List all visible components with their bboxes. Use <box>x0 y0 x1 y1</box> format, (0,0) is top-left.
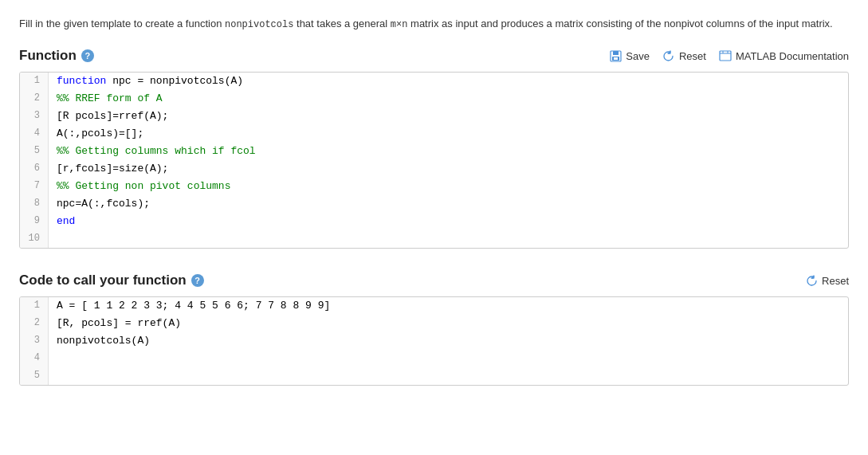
call-reset-label: Reset <box>822 275 849 287</box>
table-row: 9end <box>20 213 848 230</box>
description: Fill in the given template to create a f… <box>19 16 849 32</box>
line-number: 5 <box>20 367 49 385</box>
save-button[interactable]: Save <box>609 49 650 62</box>
line-content[interactable]: function npc = nonpivotcols(A) <box>49 73 848 90</box>
code-token: end <box>57 214 75 230</box>
table-row: 7%% Getting non pivot columns <box>20 178 848 195</box>
svg-rect-4 <box>720 51 731 61</box>
matlab-docs-label: MATLAB Documentation <box>736 50 849 62</box>
code-token: [R pcols]=rref(A); <box>57 108 168 125</box>
line-content[interactable]: nonpivotcols(A) <box>49 332 848 350</box>
line-number: 2 <box>20 315 49 332</box>
table-row: 4A(:,pcols)=[]; <box>20 125 848 143</box>
reset-icon <box>662 49 675 62</box>
matlab-icon <box>719 49 732 62</box>
table-row: 5 <box>20 367 848 385</box>
save-label: Save <box>626 50 650 62</box>
line-content[interactable]: %% RREF form of A <box>49 90 848 108</box>
line-content[interactable]: %% Getting non pivot columns <box>49 178 848 195</box>
line-number: 2 <box>20 90 49 108</box>
table-row: 1A = [ 1 1 2 2 3 3; 4 4 5 5 6 6; 7 7 8 8… <box>20 297 848 315</box>
code-token: function <box>57 73 106 90</box>
line-number: 5 <box>20 143 49 160</box>
call-code-container[interactable]: 1A = [ 1 1 2 2 3 3; 4 4 5 5 6 6; 7 7 8 8… <box>19 296 849 386</box>
line-content[interactable]: A(:,pcols)=[]; <box>49 125 848 143</box>
code-token: [r,fcols]=size(A); <box>57 161 168 178</box>
line-number: 3 <box>20 108 49 125</box>
table-row: 2%% RREF form of A <box>20 90 848 108</box>
line-number: 4 <box>20 350 49 367</box>
table-row: 8npc=A(:,fcols); <box>20 195 848 213</box>
code-token: A = [ 1 1 2 2 3 3; 4 4 5 5 6 6; 7 7 8 8 … <box>57 298 330 315</box>
table-row: 4 <box>20 350 848 367</box>
table-row: 6[r,fcols]=size(A); <box>20 160 848 178</box>
code-token: npc=A(:,fcols); <box>57 196 150 213</box>
table-row: 3nonpivotcols(A) <box>20 332 848 350</box>
line-content[interactable]: A = [ 1 1 2 2 3 3; 4 4 5 5 6 6; 7 7 8 8 … <box>49 297 848 315</box>
table-row: 2[R, pcols] = rref(A) <box>20 315 848 332</box>
line-number: 1 <box>20 73 49 90</box>
call-title: Code to call your function ? <box>19 273 204 288</box>
call-help-icon[interactable]: ? <box>191 274 204 287</box>
code-token: [R, pcols] = rref(A) <box>57 316 181 332</box>
line-number: 9 <box>20 213 49 230</box>
line-number: 4 <box>20 125 49 143</box>
line-content[interactable]: [R pcols]=rref(A); <box>49 108 848 125</box>
call-code-block: 1A = [ 1 1 2 2 3 3; 4 4 5 5 6 6; 7 7 8 8… <box>20 297 848 385</box>
line-content[interactable]: [R, pcols] = rref(A) <box>49 315 848 332</box>
function-section-header: Function ? Save Reset <box>19 48 849 64</box>
reset-label: Reset <box>679 50 706 62</box>
code-token: %% Getting columns which if fcol <box>57 143 256 160</box>
table-row: 3[R pcols]=rref(A); <box>20 108 848 125</box>
call-reset-button[interactable]: Reset <box>805 274 849 287</box>
code-token: A(:,pcols)=[]; <box>57 126 143 143</box>
line-number: 10 <box>20 230 49 248</box>
function-help-icon[interactable]: ? <box>81 49 94 62</box>
line-content[interactable] <box>49 230 848 248</box>
function-toolbar: Save Reset MATLAB Documentation <box>609 49 849 62</box>
line-number: 1 <box>20 297 49 315</box>
svg-rect-1 <box>613 51 619 55</box>
line-number: 6 <box>20 160 49 178</box>
code-token: %% Getting non pivot columns <box>57 178 230 195</box>
save-icon <box>609 49 622 62</box>
table-row: 5%% Getting columns which if fcol <box>20 143 848 160</box>
line-content[interactable] <box>49 350 848 367</box>
function-title: Function ? <box>19 48 94 64</box>
call-toolbar: Reset <box>805 274 849 287</box>
line-number: 3 <box>20 332 49 350</box>
line-number: 8 <box>20 195 49 213</box>
code-token: %% RREF form of A <box>57 91 163 108</box>
function-title-text: Function <box>19 48 77 64</box>
line-content[interactable]: %% Getting columns which if fcol <box>49 143 848 160</box>
line-content[interactable]: npc=A(:,fcols); <box>49 195 848 213</box>
code-token: npc = nonpivotcols(A) <box>106 73 243 90</box>
line-content[interactable]: [r,fcols]=size(A); <box>49 160 848 178</box>
table-row: 10 <box>20 230 848 248</box>
call-title-text: Code to call your function <box>19 273 187 288</box>
function-code-container[interactable]: 1function npc = nonpivotcols(A)2%% RREF … <box>19 72 849 249</box>
code-token: nonpivotcols(A) <box>57 333 150 350</box>
matlab-docs-button[interactable]: MATLAB Documentation <box>719 49 849 62</box>
svg-rect-3 <box>614 57 618 60</box>
call-reset-icon <box>805 274 818 287</box>
call-section-header: Code to call your function ? Reset <box>19 273 849 288</box>
line-content[interactable]: end <box>49 213 848 230</box>
function-code-block: 1function npc = nonpivotcols(A)2%% RREF … <box>20 73 848 248</box>
table-row: 1function npc = nonpivotcols(A) <box>20 73 848 90</box>
line-content[interactable] <box>49 367 848 385</box>
line-number: 7 <box>20 178 49 195</box>
reset-button[interactable]: Reset <box>662 49 706 62</box>
